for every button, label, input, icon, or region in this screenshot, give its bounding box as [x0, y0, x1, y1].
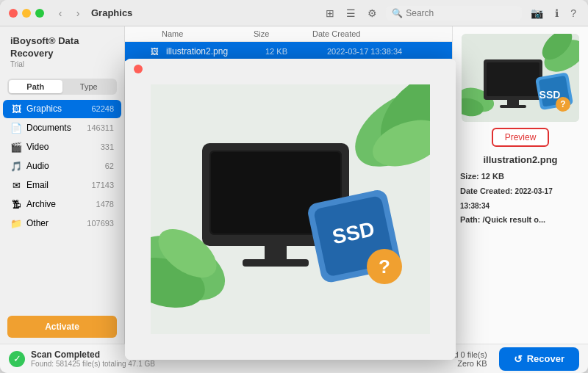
scan-detail: Found: 581425 file(s) totaling 47.1 GB	[31, 360, 421, 368]
file-size: 12 KB	[265, 47, 324, 56]
svg-text:SSD: SSD	[539, 89, 561, 101]
svg-rect-24	[265, 246, 287, 261]
sidebar-count-email: 17143	[91, 181, 114, 189]
file-type-icon: 🖼	[148, 46, 160, 57]
camera-icon[interactable]: 📷	[528, 6, 546, 21]
app-trial: Trial	[10, 60, 114, 68]
recover-label: Recover	[527, 353, 564, 364]
svg-rect-7	[507, 100, 519, 106]
search-box: 🔍	[386, 6, 522, 21]
sidebar-count-audio: 62	[105, 162, 114, 170]
list-view-icon[interactable]: ☰	[343, 6, 359, 21]
video-icon: 🎬	[10, 142, 22, 153]
sidebar-item-graphics[interactable]: 🖼 Graphics 62248	[3, 100, 121, 118]
minimize-button[interactable]	[22, 9, 31, 18]
sidebar-label-other: Other	[26, 218, 82, 228]
scan-complete-icon: ✓	[9, 351, 25, 367]
titlebar-title: Graphics	[91, 7, 132, 18]
app-title: iBoysoft® Data Recovery	[10, 35, 114, 60]
info-icon[interactable]: ℹ	[552, 6, 562, 21]
sidebar-item-audio[interactable]: 🎵 Audio 62	[3, 157, 121, 175]
help-icon[interactable]: ?	[567, 6, 579, 21]
graphics-icon: 🖼	[10, 104, 22, 115]
path-value: /Quick result o...	[483, 215, 546, 224]
svg-text:?: ?	[379, 256, 390, 278]
column-headers: Name Size Date Created	[125, 26, 452, 42]
file-checkbox[interactable]	[132, 46, 143, 57]
sidebar-label-documents: Documents	[26, 123, 82, 133]
sidebar-count-archive: 1478	[96, 200, 114, 209]
email-icon: ✉	[10, 180, 22, 191]
file-date: 2022-03-17 13:38:34	[327, 47, 445, 56]
sidebar-label-graphics: Graphics	[26, 104, 87, 114]
search-input[interactable]	[406, 8, 516, 18]
audio-icon: 🎵	[10, 161, 22, 172]
file-path-row: Path: /Quick result o...	[460, 213, 581, 228]
size-value: 12 KB	[481, 172, 504, 181]
tab-switcher: Path Type	[7, 79, 117, 95]
recover-icon: ↺	[514, 353, 523, 365]
sidebar-label-archive: Archive	[26, 199, 92, 209]
file-name: illustration2.png	[166, 46, 262, 57]
tab-path[interactable]: Path	[9, 80, 62, 93]
sidebar-label-email: Email	[26, 180, 87, 190]
size-col-header[interactable]: Size	[254, 29, 312, 38]
path-label: Path:	[460, 215, 481, 224]
recover-button[interactable]: ↺ Recover	[499, 347, 579, 371]
selected-size: Zero KB	[427, 359, 487, 368]
svg-rect-8	[500, 105, 526, 108]
file-date-row: Date Created: 2022-03-17 13:38:34	[460, 184, 581, 214]
name-col-header[interactable]: Name	[162, 29, 254, 38]
sidebar-item-video[interactable]: 🎬 Video 331	[3, 138, 121, 156]
file-size-row: Size: 12 KB	[460, 170, 581, 184]
activate-button[interactable]: Activate	[7, 316, 117, 338]
traffic-lights	[9, 9, 44, 18]
sidebar: iBoysoft® Data Recovery Trial Path Type …	[0, 26, 125, 344]
preview-thumbnail: SSD ?	[462, 34, 579, 122]
close-button[interactable]	[9, 9, 18, 18]
file-detail-name: illustration2.png	[483, 154, 557, 165]
date-label: Date Created:	[460, 186, 513, 195]
size-label: Size:	[460, 172, 479, 181]
svg-rect-6	[487, 62, 539, 96]
date-col-header[interactable]: Date Created	[312, 29, 430, 38]
sidebar-count-documents: 146311	[87, 123, 114, 132]
svg-text:?: ?	[560, 99, 565, 109]
other-icon: 📁	[10, 218, 22, 229]
titlebar-right: ⊞ ☰ ⚙ 🔍 📷 ℹ ?	[323, 6, 579, 21]
sidebar-count-other: 107693	[87, 219, 114, 228]
sidebar-count-video: 331	[101, 142, 114, 151]
sidebar-label-video: Video	[26, 142, 96, 152]
filter-icon[interactable]: ⚙	[365, 6, 380, 21]
svg-rect-25	[243, 259, 309, 267]
sidebar-item-archive[interactable]: 🗜 Archive 1478	[3, 195, 121, 214]
tab-type[interactable]: Type	[62, 80, 116, 93]
archive-icon: 🗜	[10, 199, 22, 210]
nav-buttons: ‹ ›	[53, 6, 85, 21]
sidebar-count-graphics: 62248	[91, 104, 114, 113]
titlebar: ‹ › Graphics ⊞ ☰ ⚙ 🔍 📷 ℹ ?	[0, 0, 588, 26]
sidebar-label-audio: Audio	[26, 161, 101, 171]
file-detail-info: Size: 12 KB Date Created: 2022-03-17 13:…	[460, 170, 581, 228]
app-branding: iBoysoft® Data Recovery Trial	[0, 26, 124, 74]
preview-button[interactable]: Preview	[492, 128, 550, 147]
grid-view-icon[interactable]: ⊞	[323, 6, 337, 21]
sidebar-item-email[interactable]: ✉ Email 17143	[3, 176, 121, 195]
popup-close-button[interactable]	[134, 65, 143, 73]
search-icon: 🔍	[392, 8, 403, 18]
sidebar-item-documents[interactable]: 📄 Documents 146311	[3, 119, 121, 137]
back-button[interactable]: ‹	[53, 6, 68, 21]
sidebar-list: 🖼 Graphics 62248 📄 Documents 146311 🎬 Vi…	[0, 99, 124, 310]
right-panel: SSD ? Preview illustration2.png Size: 12…	[452, 26, 588, 344]
documents-icon: 📄	[10, 123, 22, 134]
maximize-button[interactable]	[35, 9, 44, 18]
sidebar-item-other[interactable]: 📁 Other 107693	[3, 214, 121, 233]
preview-popup: SSD ?	[125, 59, 456, 360]
popup-image-area: SSD ?	[125, 59, 456, 360]
forward-button[interactable]: ›	[71, 6, 85, 21]
